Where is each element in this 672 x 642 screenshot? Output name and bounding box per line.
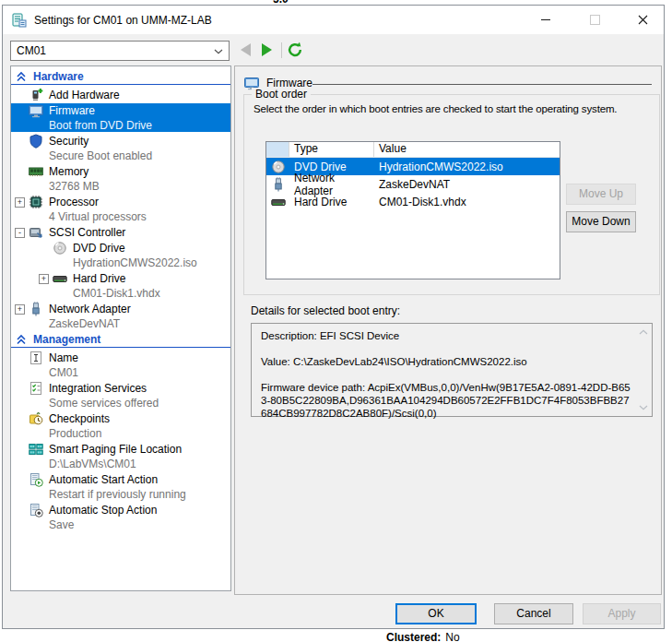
boot-order-group: Boot order Select the order in which boo… — [243, 94, 660, 295]
sidebar-item-name[interactable]: Name — [11, 351, 230, 365]
expander-network-adapter[interactable]: + — [15, 304, 25, 315]
ok-button[interactable]: OK — [395, 603, 477, 624]
refresh-button[interactable] — [287, 42, 303, 58]
boot-order-table[interactable]: TypeValueDVD DriveHydrationCMWS2022.isoN… — [265, 141, 560, 279]
sidebar-item-label: Hard Drive — [73, 272, 125, 285]
sidebar-item-add-hardware[interactable]: Add Hardware — [11, 88, 230, 102]
window-title: Settings for CM01 on UMM-MZ-LAB — [34, 14, 212, 27]
sidebar-item-label: Integration Services — [49, 382, 147, 395]
sidebar-item-automatic-start-action[interactable]: Automatic Start Action — [11, 472, 230, 487]
scroll-down-icon[interactable] — [639, 405, 648, 410]
checkpoints-icon — [29, 411, 43, 426]
navigate-back-button[interactable] — [241, 43, 251, 56]
boot-entry-row-hard-drive[interactable]: Hard DriveCM01-Disk1.vhdx — [266, 193, 560, 210]
boot-entry-type: Network Adapter — [289, 172, 374, 197]
settings-nav-sidebar: HardwareAdd HardwareFirmwareBoot from DV… — [10, 65, 231, 591]
sidebar-item-sublabel: Restart if previously running — [11, 488, 230, 501]
icon-column-header — [266, 142, 289, 157]
details-line: Description: EFI SCSI Device — [261, 329, 631, 342]
add-hardware-icon — [29, 88, 43, 102]
sidebar-item-label: Smart Paging File Location — [49, 443, 182, 456]
expander-hard-drive[interactable]: + — [39, 274, 49, 284]
sidebar-item-sublabel: Production — [11, 427, 230, 440]
value-column-header: Value — [374, 142, 560, 157]
boot-order-group-label: Boot order — [252, 88, 311, 101]
sidebar-item-firmware[interactable]: Firmware — [11, 103, 230, 118]
sidebar-item-label: Firmware — [49, 104, 95, 117]
boot-entry-value: CM01-Disk1.vhdx — [374, 196, 560, 208]
sidebar-item-smart-paging-file-location[interactable]: Smart Paging File Location — [11, 442, 230, 457]
details-label: Details for selected boot entry: — [251, 304, 400, 317]
sidebar-item-label: Checkpoints — [49, 412, 110, 425]
minimize-icon — [541, 19, 550, 20]
maximize-icon — [590, 15, 600, 25]
vm-selector-dropdown[interactable]: CM01 — [10, 41, 230, 61]
boot-entry-details-box[interactable]: Description: EFI SCSI DeviceValue: C:\Za… — [251, 323, 653, 417]
sidebar-item-integration-services[interactable]: Integration Services — [11, 381, 230, 396]
section-header-hardware[interactable]: Hardware — [11, 69, 230, 85]
boot-entry-type: Hard Drive — [289, 196, 374, 208]
sidebar-item-sublabel: Boot from DVD Drive — [11, 119, 230, 132]
sidebar-item-hard-drive[interactable]: +Hard Drive — [11, 271, 230, 286]
hard-drive-icon — [266, 195, 289, 209]
details-line: Firmware device path: AcpiEx(VMBus,0,0)/… — [261, 381, 631, 420]
settings-dialog: Settings for CM01 on UMM-MZ-LAB CM01 Har… — [2, 5, 665, 629]
move-down-button[interactable]: Move Down — [566, 211, 636, 232]
sidebar-item-checkpoints[interactable]: Checkpoints — [11, 411, 230, 426]
cancel-button[interactable]: Cancel — [494, 603, 573, 624]
sidebar-item-dvd-drive[interactable]: DVD Drive — [11, 241, 230, 256]
sidebar-item-label: Automatic Start Action — [49, 473, 158, 486]
memory-icon — [29, 164, 43, 179]
processor-icon — [29, 195, 43, 209]
selected-sidebar-item: FirmwareBoot from DVD Drive — [11, 103, 230, 132]
sidebar-item-sublabel: D:\LabVMs\CM01 — [11, 458, 230, 470]
firmware-settings-panel: Firmware Boot order Select the order in … — [234, 65, 662, 595]
dvd-drive-icon — [53, 241, 67, 256]
boot-entry-value: ZaskeDevNAT — [374, 178, 560, 191]
move-up-button[interactable]: Move Up — [566, 184, 636, 205]
close-button[interactable] — [622, 6, 664, 34]
auto-stop-icon — [29, 503, 43, 517]
sidebar-item-processor[interactable]: +Processor — [11, 195, 230, 209]
sidebar-item-network-adapter[interactable]: +Network Adapter — [11, 302, 230, 316]
sidebar-item-sublabel: HydrationCMWS2022.iso — [11, 256, 230, 269]
sidebar-item-memory[interactable]: Memory — [11, 164, 230, 179]
boot-table-header: TypeValue — [266, 142, 560, 158]
security-icon — [29, 134, 43, 149]
sidebar-item-automatic-stop-action[interactable]: Automatic Stop Action — [11, 503, 230, 517]
close-icon — [638, 15, 648, 25]
sidebar-item-scsi-controller[interactable]: -SCSI Controller — [11, 225, 230, 240]
sidebar-item-label: Memory — [49, 165, 88, 178]
scsi-controller-icon — [29, 225, 43, 240]
expander-processor[interactable]: + — [15, 197, 25, 208]
navigate-forward-button[interactable] — [262, 43, 272, 56]
apply-button[interactable]: Apply — [583, 603, 661, 624]
section-label: Management — [33, 333, 100, 346]
details-line: Value: C:\ZaskeDevLab24\ISO\HydrationCMW… — [261, 355, 631, 368]
details-text: Description: EFI SCSI DeviceValue: C:\Za… — [261, 329, 631, 420]
sidebar-item-sublabel: Some services offered — [11, 397, 230, 410]
vm-selector-value: CM01 — [17, 44, 46, 57]
boot-entry-row-network-adapter[interactable]: Network AdapterZaskeDevNAT — [266, 175, 560, 193]
scroll-up-icon[interactable] — [639, 329, 648, 335]
section-header-management[interactable]: Management — [11, 332, 230, 348]
smart-paging-icon — [29, 442, 43, 457]
sidebar-item-label: Add Hardware — [49, 89, 120, 101]
type-column-header: Type — [289, 142, 374, 157]
toolbar-separator — [281, 42, 282, 58]
maximize-button — [574, 6, 616, 34]
sidebar-item-label: Automatic Stop Action — [49, 504, 157, 517]
boot-order-description: Select the order in which boot entries a… — [253, 103, 617, 114]
auto-start-icon — [29, 472, 43, 487]
background-text-bottom: Clustered:No — [386, 631, 460, 642]
expander-scsi-controller[interactable]: - — [15, 228, 25, 238]
sidebar-item-security[interactable]: Security — [11, 134, 230, 149]
sidebar-item-label: DVD Drive — [73, 242, 125, 255]
network-adapter-icon — [29, 302, 43, 316]
dvd-drive-icon — [266, 160, 289, 174]
hyperv-settings-icon — [12, 13, 27, 28]
hard-drive-icon — [53, 271, 67, 286]
network-adapter-icon — [266, 177, 289, 192]
minimize-button[interactable] — [525, 6, 566, 34]
chevron-down-icon — [214, 49, 223, 54]
